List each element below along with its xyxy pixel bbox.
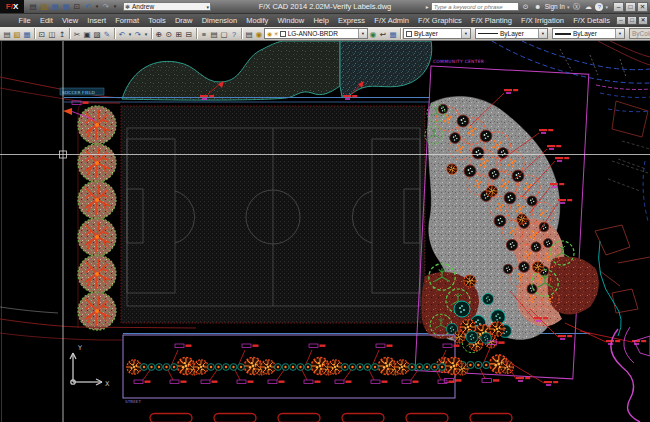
infocenter-collapse-icon[interactable]: ▸ <box>426 3 429 10</box>
restore-button[interactable]: □ <box>625 2 636 12</box>
window-controls: – □ ✕ <box>613 2 648 12</box>
app-window: F/X ▤ ▧ ▦ ▦ ⊡ ↶ ▾ ↷ ▾ ✱ Andrew ▾ F/X CAD… <box>0 0 650 422</box>
qnew-tool[interactable]: ▤ <box>2 28 12 39</box>
menu-fx-irrigation[interactable]: F/X Irrigation <box>517 16 569 25</box>
publish-tool[interactable]: ↥ <box>57 28 67 39</box>
menu-bar: File Edit View Insert Format Tools Draw … <box>0 13 650 27</box>
undo-button[interactable]: ↶ <box>83 1 93 12</box>
help-icon[interactable]: ? <box>595 3 603 11</box>
redo-tool[interactable]: ↷ <box>133 28 143 39</box>
zoom-previous-tool[interactable]: ⊟ <box>184 28 194 39</box>
linetype-combo[interactable]: ByLayer ▾ <box>475 28 548 39</box>
lineweight-combo[interactable]: ByLayer ▾ <box>552 28 625 39</box>
title-bar: F/X ▤ ▧ ▦ ▦ ⊡ ↶ ▾ ↷ ▾ ✱ Andrew ▾ F/X CAD… <box>0 0 650 13</box>
zoom-realtime-tool[interactable]: ⊙ <box>164 28 174 39</box>
menu-tools[interactable]: Tools <box>144 16 171 25</box>
layer-combo[interactable]: ◉ ☀ LG-ANNO-BRDR ▾ <box>264 28 368 39</box>
drawing-canvas[interactable]: STREET Y X SOCCER FI <box>0 41 650 422</box>
toolbar-separator <box>114 28 115 39</box>
sign-in-user-icon[interactable]: ☻ <box>533 3 543 10</box>
doc-minimize-button[interactable]: – <box>616 16 626 25</box>
communication-center-icon[interactable]: ☁ <box>583 3 593 11</box>
ucs-x-label: X <box>105 380 110 388</box>
fx-cad-logo-icon[interactable]: F/X <box>0 0 24 13</box>
paste-tool[interactable]: ▨ <box>92 28 102 39</box>
fx-logo-x: X <box>13 2 18 11</box>
minimize-button[interactable]: – <box>613 2 624 12</box>
linetype-combo-caret-icon: ▾ <box>538 29 547 38</box>
menu-fx-planting[interactable]: F/X Planting <box>466 16 516 25</box>
redo-dropdown-tool[interactable]: ▾ <box>143 28 149 39</box>
menu-format[interactable]: Format <box>111 16 144 25</box>
cut-tool[interactable]: ✂ <box>72 28 82 39</box>
plot-tool[interactable]: ⊡ <box>37 28 47 39</box>
help-caret-icon[interactable]: ▾ <box>605 4 608 10</box>
menu-view[interactable]: View <box>57 16 82 25</box>
doc-close-button[interactable]: ✕ <box>638 16 648 25</box>
sign-in-link[interactable]: Sign In <box>545 3 565 10</box>
ucs-y-label: Y <box>77 344 82 352</box>
menu-fx-details[interactable]: F/X Details <box>569 16 615 25</box>
doc-restore-button[interactable]: □ <box>627 16 637 25</box>
toolbar-separator <box>151 28 152 39</box>
menu-draw[interactable]: Draw <box>170 16 197 25</box>
designcenter-tool[interactable]: ▤ <box>209 28 219 39</box>
menu-insert[interactable]: Insert <box>83 16 111 25</box>
drawing-area[interactable]: STREET Y X SOCCER FI <box>0 41 650 422</box>
save-tool[interactable]: ▦ <box>22 28 32 39</box>
save-button[interactable]: ▦ <box>50 1 60 12</box>
menu-fx-admin[interactable]: F/X Admin <box>370 16 414 25</box>
lineweight-combo-caret-icon: ▾ <box>615 29 624 38</box>
exchange-apps-icon[interactable]: Ⓧ <box>571 2 581 12</box>
layer-combo-caret-icon: ▾ <box>358 29 367 38</box>
current-color-swatch <box>406 31 412 37</box>
menu-dimension[interactable]: Dimension <box>197 16 242 25</box>
qnew-button[interactable]: ▤ <box>28 1 38 12</box>
layer-color-swatch <box>280 31 286 37</box>
tool-palettes-tool[interactable]: ▢ <box>219 28 229 39</box>
layer-previous-tool[interactable]: ↩ <box>378 28 388 39</box>
save-as-button[interactable]: ▦ <box>61 1 71 12</box>
linetype-combo-value: ByLayer <box>500 30 524 37</box>
redo-button[interactable]: ↷ <box>101 1 111 12</box>
pan-tool[interactable]: ⊕ <box>154 28 164 39</box>
zoom-window-tool[interactable]: ⊞ <box>174 28 184 39</box>
field-area-label[interactable]: SOCCER FIELD <box>62 90 95 95</box>
workspace-switcher[interactable]: ✱ Andrew ▾ <box>123 2 211 11</box>
undo-tool[interactable]: ↶ <box>117 28 127 39</box>
menu-edit[interactable]: Edit <box>35 16 57 25</box>
lineweight-sample <box>555 33 571 35</box>
open-button[interactable]: ▧ <box>39 1 49 12</box>
plot-button[interactable]: ⊡ <box>72 1 82 12</box>
layer-on-icon: ◉ <box>267 30 272 37</box>
menu-fx-graphics[interactable]: F/X Graphics <box>414 16 467 25</box>
community-center-label[interactable]: COMMUNITY CENTER <box>433 59 484 64</box>
close-button[interactable]: ✕ <box>637 2 648 12</box>
layer-properties-tool[interactable]: ▤ <box>244 28 254 39</box>
menu-file[interactable]: File <box>14 16 35 25</box>
match-properties-tool[interactable]: ✎ <box>102 28 112 39</box>
color-combo[interactable]: ByLayer ▾ <box>403 28 471 39</box>
open-tool[interactable]: ▧ <box>12 28 22 39</box>
menu-window[interactable]: Window <box>273 16 309 25</box>
document-window-controls: – □ ✕ <box>616 16 650 25</box>
search-input[interactable] <box>431 2 519 11</box>
sports-field[interactable] <box>121 106 425 323</box>
undo-dropdown[interactable]: ▾ <box>94 1 100 12</box>
search-icon[interactable]: ⊙ <box>521 3 531 11</box>
layer-manager-tool[interactable]: ▦ <box>388 28 398 39</box>
redo-dropdown[interactable]: ▾ <box>112 1 118 12</box>
street-label[interactable]: STREET <box>125 399 141 404</box>
plot-preview-tool[interactable]: ◫ <box>47 28 57 39</box>
make-layer-current-tool[interactable]: ◉ <box>368 28 378 39</box>
menu-modify[interactable]: Modify <box>242 16 273 25</box>
help-tool[interactable]: ? <box>229 28 239 39</box>
menu-help[interactable]: Help <box>309 16 334 25</box>
menu-express[interactable]: Express <box>333 16 369 25</box>
toolbar-separator <box>400 28 401 39</box>
copy-tool[interactable]: ▣ <box>82 28 92 39</box>
toolbar-separator <box>196 28 197 39</box>
properties-palette-tool[interactable]: ≡ <box>199 28 209 39</box>
sign-in-caret-icon[interactable]: ▾ <box>567 4 570 10</box>
layer-states-tool[interactable]: ◉ <box>254 28 264 39</box>
